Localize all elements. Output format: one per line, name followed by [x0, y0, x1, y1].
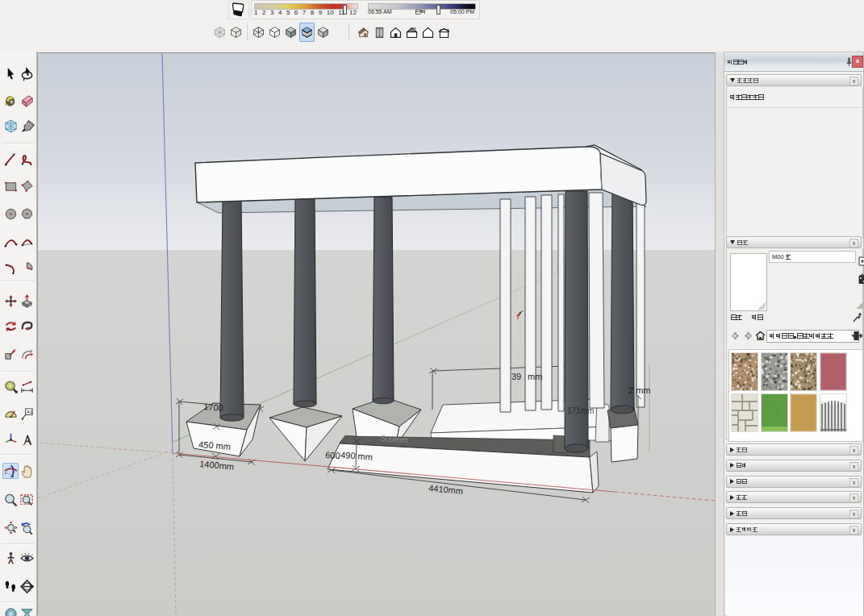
details-arrow-icon[interactable] — [854, 331, 862, 341]
tool-axes[interactable] — [2, 431, 19, 447]
tool-3d-text[interactable] — [19, 431, 35, 447]
column-1[interactable] — [220, 200, 244, 421]
material-swatch-solid-red[interactable] — [820, 352, 847, 391]
tool-tag[interactable] — [19, 118, 35, 134]
tool-pie[interactable] — [19, 260, 35, 276]
tool-tape-measure[interactable] — [2, 378, 19, 394]
tool-polygon[interactable] — [19, 206, 35, 222]
tray-close-button[interactable]: x — [852, 56, 863, 68]
material-swatch-metal-fence[interactable] — [820, 393, 847, 432]
forward-icon[interactable] — [743, 331, 753, 341]
face-style-back-edges[interactable] — [228, 23, 244, 42]
tool-circle[interactable] — [2, 206, 19, 222]
tool-walk[interactable] — [2, 578, 19, 594]
face-style-wireframe[interactable] — [251, 23, 266, 42]
tool-pan[interactable] — [19, 463, 35, 479]
section-collapsed-5[interactable]: x — [726, 523, 862, 535]
tool-text[interactable]: A1 — [19, 406, 35, 422]
section-collapsed-3[interactable]: x — [726, 491, 862, 503]
face-style-monochrome[interactable] — [315, 23, 331, 42]
section-entity-info[interactable]: x — [726, 74, 862, 86]
tool-zoom[interactable] — [2, 492, 19, 508]
material-swatch-grass-green[interactable] — [761, 393, 788, 432]
column-3[interactable] — [373, 197, 394, 404]
view-right[interactable] — [404, 23, 419, 42]
material-swatch-pavers-flagstone[interactable] — [731, 393, 758, 432]
sample-paint-icon[interactable] — [853, 312, 862, 323]
material-swatch-sand-tan[interactable] — [790, 393, 817, 432]
tool-select[interactable] — [2, 65, 19, 81]
tool-zoom-extents[interactable] — [2, 519, 19, 535]
view-back[interactable] — [420, 23, 436, 42]
tool-previous[interactable] — [19, 519, 35, 535]
face-style-xray[interactable] — [212, 23, 227, 42]
back-icon[interactable] — [730, 331, 741, 341]
section-close-icon[interactable]: x — [849, 478, 858, 487]
tool-paint-bucket[interactable] — [2, 93, 19, 109]
tool-push-pull[interactable] — [19, 293, 35, 309]
tool-section-fill[interactable] — [2, 604, 19, 616]
materials-close-icon[interactable]: x — [849, 239, 858, 248]
tool-two-point-arc[interactable] — [19, 233, 35, 249]
paint-with-texture-icon[interactable] — [858, 273, 864, 285]
shadow-toggle-button[interactable] — [228, 1, 249, 19]
section-close-icon[interactable]: x — [849, 446, 858, 455]
section-collapsed-0[interactable]: x — [726, 443, 862, 456]
tool-follow-me[interactable] — [19, 318, 35, 334]
tool-move[interactable] — [2, 293, 19, 309]
section-collapsed-2[interactable]: x — [726, 476, 862, 488]
home-icon[interactable] — [755, 331, 766, 341]
pin-icon[interactable] — [846, 57, 852, 66]
tool-look-around[interactable] — [19, 550, 35, 566]
tool-zoom-window[interactable] — [19, 492, 35, 508]
view-front[interactable] — [388, 23, 403, 42]
column-5[interactable] — [611, 189, 634, 414]
tool-position-camera[interactable] — [2, 550, 19, 566]
section-collapsed-4[interactable]: x — [726, 507, 862, 519]
section-close-icon[interactable]: x — [849, 526, 858, 535]
tool-rotated-rectangle[interactable] — [19, 178, 35, 194]
tool-three-point-arc[interactable] — [2, 260, 19, 276]
tool-dimension[interactable] — [19, 378, 35, 394]
view-iso[interactable] — [356, 23, 371, 42]
tray-titlebar[interactable]: x — [724, 53, 863, 72]
tool-orbit[interactable] — [2, 463, 19, 479]
material-name-input[interactable]: M00 — [769, 251, 856, 263]
tool-section-display[interactable] — [19, 604, 35, 616]
section-close-icon[interactable]: x — [849, 462, 858, 471]
tool-eraser[interactable] — [19, 93, 35, 109]
tab-edit[interactable] — [752, 314, 763, 321]
tool-rotate[interactable] — [2, 318, 19, 334]
tool-protractor[interactable] — [2, 406, 19, 422]
face-style-shaded-with-textures[interactable] — [299, 23, 315, 42]
tool-arc[interactable] — [2, 233, 19, 249]
face-style-hidden-line[interactable] — [267, 23, 282, 42]
tool-scale[interactable] — [2, 346, 19, 362]
tool-lasso[interactable] — [19, 65, 35, 81]
entity-info-close-icon[interactable]: x — [849, 77, 858, 85]
section-close-icon[interactable]: x — [849, 493, 858, 502]
collection-dropdown[interactable] — [766, 330, 859, 343]
section-collapsed-1[interactable]: x — [726, 460, 862, 472]
create-material-icon[interactable] — [858, 256, 864, 266]
right-footing[interactable] — [607, 407, 638, 462]
tool-offset[interactable] — [19, 346, 35, 362]
secondary-pane-toggle[interactable] — [856, 297, 864, 309]
material-swatch-gravel-tan[interactable] — [731, 352, 758, 391]
tool-rectangle[interactable] — [2, 178, 19, 194]
model-viewport[interactable]: 1700 450 mm 1400mm 600 490 mm 500mm 4410… — [37, 52, 716, 616]
tool-line[interactable] — [2, 151, 19, 167]
column-2[interactable] — [294, 198, 316, 407]
tool-make-component[interactable] — [2, 118, 19, 134]
material-swatch-rock-coarse[interactable] — [790, 352, 817, 391]
tool-freehand[interactable] — [19, 151, 35, 167]
tab-select[interactable] — [731, 314, 742, 321]
tool-section-plane[interactable] — [19, 578, 35, 594]
face-style-shaded[interactable] — [283, 23, 298, 42]
view-top[interactable] — [372, 23, 387, 42]
view-left[interactable] — [436, 23, 452, 42]
section-close-icon[interactable]: x — [849, 510, 858, 518]
material-swatch-gravel-gray[interactable] — [761, 352, 788, 391]
section-materials[interactable]: x — [726, 236, 862, 248]
material-preview[interactable] — [730, 253, 767, 311]
